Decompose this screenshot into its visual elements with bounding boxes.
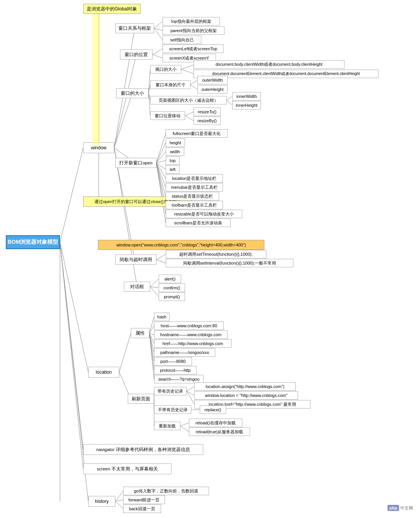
svg-line-30 xyxy=(185,116,194,121)
location-refresh-node: 刷新页面 xyxy=(128,394,154,404)
svg-line-66 xyxy=(115,491,123,501)
svg-line-53 xyxy=(149,333,154,352)
svg-line-3 xyxy=(60,242,83,469)
open-scrollbars: scrollbars是否允许滚动条 xyxy=(166,219,231,227)
svg-line-38 xyxy=(156,163,166,196)
svg-line-9 xyxy=(114,55,136,148)
window-frame-node: 窗口关系与框架 xyxy=(115,23,154,33)
hist-back: back回退一页 xyxy=(123,504,161,513)
svg-line-41 xyxy=(156,163,166,223)
svg-line-35 xyxy=(156,163,166,169)
svg-line-42 xyxy=(156,254,166,260)
loc-host: host——www.cnblogs.com:80 xyxy=(154,321,224,330)
svg-line-49 xyxy=(149,317,154,333)
svg-line-60 xyxy=(187,386,194,391)
php-badge: php xyxy=(387,505,399,511)
svg-line-15 xyxy=(154,28,163,31)
window-pos-node: 窗口的位置 xyxy=(120,50,153,60)
main-node: BOM浏览器对象模型 xyxy=(6,235,60,249)
svg-line-43 xyxy=(156,260,166,263)
svg-line-18 xyxy=(153,55,163,58)
size-viewport: 视口的大小 xyxy=(150,65,181,74)
svg-line-52 xyxy=(149,333,154,344)
svg-line-65 xyxy=(180,426,189,432)
loc-reload-cache: reload()在缓存中加载 xyxy=(189,419,242,427)
confirm-node: confirm() xyxy=(159,284,185,292)
location-attr-node: 属性 xyxy=(131,328,149,338)
open-example: window.open("www.cnblogs.com","cnblogs",… xyxy=(98,240,264,250)
loc-pathname: pathname——/xingoo/xxx xyxy=(154,348,215,357)
viewport-w: document.body.clientWidth或者document.body… xyxy=(194,60,345,69)
resize-by: resizeBy() xyxy=(194,116,221,125)
loc-reload-server: reload(true)从服务器加载 xyxy=(189,427,250,436)
svg-line-64 xyxy=(180,423,189,426)
svg-line-28 xyxy=(227,100,232,105)
svg-line-54 xyxy=(149,333,154,361)
svg-line-36 xyxy=(156,163,166,178)
yellow-stripe xyxy=(92,14,100,145)
loc-hash: hash xyxy=(154,313,170,321)
inner-w: innerWidth xyxy=(232,92,261,101)
svg-line-37 xyxy=(156,163,166,187)
navigator-node: navigator 详细参考代码样例，各种浏览器信息 xyxy=(83,444,203,455)
svg-line-24 xyxy=(181,69,194,74)
history-node: history xyxy=(88,496,115,507)
loc-winloc: window.location = "http://www.cnblogs.co… xyxy=(194,391,298,400)
svg-line-56 xyxy=(149,333,154,379)
svg-line-1 xyxy=(60,242,88,372)
frame-top: top指向最外层的框架 xyxy=(163,17,220,26)
window-size-node: 窗口的大小 xyxy=(116,88,149,98)
svg-line-68 xyxy=(115,501,123,509)
svg-line-47 xyxy=(119,333,131,372)
php-logo-text: 中文网 xyxy=(400,505,413,511)
svg-line-2 xyxy=(60,242,83,450)
size-page-area: 页面视图区的大小（减去边框） xyxy=(150,96,227,104)
open-top: top xyxy=(166,156,180,165)
size-move: 窗口位置移动 xyxy=(150,111,185,120)
svg-line-4 xyxy=(60,242,88,501)
loc-with-history: 带有历史记录 xyxy=(154,387,187,395)
frame-self: self指向自己 xyxy=(163,36,201,44)
open-width: width xyxy=(166,147,184,156)
open-menubar: menubar是否显示工具栏 xyxy=(166,183,223,191)
svg-line-0 xyxy=(60,148,83,242)
alert-node: alert() xyxy=(159,275,181,283)
diagram-container: BOM浏览器对象模型 是浏览器中的Global对象 window 通过open打… xyxy=(0,0,420,518)
svg-line-34 xyxy=(156,161,166,163)
svg-line-33 xyxy=(156,152,166,163)
open-toolbar: toolbanr是否显示工具栏 xyxy=(166,201,223,209)
loc-protocol: protocol——http xyxy=(154,366,197,374)
size-window-self: 窗口本身的尺寸 xyxy=(150,80,190,89)
svg-line-25 xyxy=(190,80,197,85)
svg-marker-69 xyxy=(92,14,100,145)
svg-line-26 xyxy=(190,85,197,89)
svg-line-51 xyxy=(149,333,154,335)
svg-line-32 xyxy=(156,143,166,163)
loc-reload: 重新加载 xyxy=(154,422,180,430)
open-status: status是否显示状态栏 xyxy=(166,192,219,200)
svg-line-46 xyxy=(150,287,159,297)
svg-line-17 xyxy=(153,49,163,55)
svg-line-29 xyxy=(185,112,194,116)
svg-line-13 xyxy=(114,148,137,287)
frame-parent: parent指向当前的父框架 xyxy=(163,26,225,35)
loc-assign: location.assign("http://www.cnblogs.com"… xyxy=(194,382,296,391)
open-location: location是否显示地址栏 xyxy=(166,174,223,183)
open-height: height xyxy=(166,138,185,147)
screen-node: screen 不太常用，与屏幕相关 xyxy=(83,463,171,474)
loc-port: port——8080 xyxy=(154,357,192,366)
svg-line-45 xyxy=(150,287,159,288)
loc-replace: replace() xyxy=(200,405,226,414)
svg-line-61 xyxy=(187,391,194,395)
loc-href: href——http://www.cnblogs.com xyxy=(154,339,231,348)
prompt-node: prompt() xyxy=(159,292,185,301)
loc-no-history: 不带有历史记录 xyxy=(154,405,191,414)
resize-to: resizeTo() xyxy=(194,108,221,116)
dialog-node: 对话框 xyxy=(124,282,150,292)
window-node: window xyxy=(83,142,114,153)
svg-line-31 xyxy=(156,133,166,163)
outer-h: outerHeight xyxy=(197,85,228,94)
outer-w: outerWidth xyxy=(197,76,228,84)
hist-forward: forward前进一页 xyxy=(123,496,165,504)
svg-line-14 xyxy=(154,21,163,28)
